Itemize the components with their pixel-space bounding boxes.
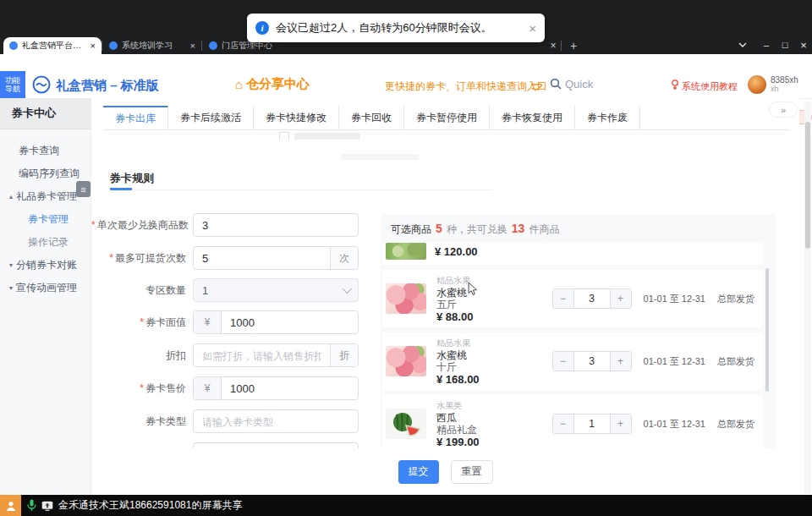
quick-label[interactable]: Quick (565, 78, 593, 91)
toast-close-icon[interactable]: × (529, 21, 536, 36)
zone-count-select[interactable]: 1 (193, 278, 359, 302)
quick-entry-tip: 更快捷的券卡、订单和快递查询入口 (385, 80, 547, 94)
product-price: ¥ 199.00 (436, 436, 552, 448)
delivery-mode: 总部发货 (717, 293, 754, 305)
info-icon: i (255, 21, 269, 35)
tab-card-quick-edit[interactable]: 券卡快捷修改 (254, 106, 339, 129)
unit-suffix: 次 (330, 247, 358, 269)
quantity-stepper: − + (552, 351, 632, 371)
browser-toolbar: ← → ↻ standard.maboy.cn/CardsOut ★ 更新 ⋮ (0, 54, 812, 72)
tab-card-followup-activation[interactable]: 券卡后续激活 (168, 106, 254, 129)
sidebar-collapse-handle[interactable]: ≡ (76, 181, 91, 197)
reset-button[interactable]: 重置 (451, 460, 493, 484)
clipped-scroll-content (279, 132, 360, 140)
product-category: 水果类 (436, 400, 552, 412)
tab-label: 礼盒营销平台管理中心 (22, 40, 85, 52)
quantity-input[interactable] (573, 414, 611, 433)
max-pickup-input[interactable] (194, 247, 330, 269)
watermelon-graphic (389, 410, 423, 437)
quantity-input[interactable] (573, 289, 611, 308)
sidebar-item-card-query[interactable]: 券卡查询 (0, 140, 91, 162)
min-exchange-input[interactable] (194, 214, 358, 236)
quantity-input[interactable] (573, 352, 611, 371)
window-menu-icon[interactable] (732, 36, 753, 54)
tab-close-icon[interactable]: × (91, 41, 96, 51)
page-scrollbar-thumb[interactable] (805, 122, 810, 249)
meeting-toast: i 会议已超过2人，自动转为60分钟限时会议。 × (247, 14, 545, 42)
tab-card-resume[interactable]: 券卡恢复使用 (490, 106, 575, 129)
plus-button[interactable]: + (611, 289, 631, 308)
product-name: 水蜜桃 (436, 287, 552, 299)
product-row-peach-10: 精品水果 水蜜桃 十斤 ¥ 168.00 − + 01-01 至 12-31 总… (382, 332, 763, 390)
app-header: 功能导航 礼盒营销 – 标准版 ⌂ 仓分享中心 更快捷的券卡、订单和快递查询入口… (0, 71, 812, 99)
screen-share-icon (41, 501, 53, 511)
hidden-tab-close-icon[interactable]: × (545, 37, 562, 54)
sidebar-item-card-management[interactable]: 券卡管理 (0, 208, 91, 231)
tab-separator (201, 41, 202, 51)
form-row-face-value: *券卡面值 ¥ (91, 310, 359, 334)
product-spec: 精品礼盒 (436, 424, 552, 436)
discount-suffix: 折 (330, 344, 358, 366)
face-value-input[interactable] (222, 311, 358, 333)
section-divider (110, 189, 492, 190)
tab-card-outbound[interactable]: 券卡出库 (103, 106, 168, 129)
window-minimize-button[interactable]: – (756, 36, 776, 54)
product-price: ¥ 88.00 (436, 311, 552, 323)
quick-search-icon[interactable] (550, 78, 562, 93)
tab-card-recycle[interactable]: 券卡回收 (339, 106, 404, 129)
panel-collapse-button[interactable]: » (769, 102, 798, 118)
minus-button[interactable]: − (553, 289, 573, 308)
chevron-down-icon (343, 284, 352, 294)
product-image (386, 409, 426, 439)
delivery-mode: 总部发货 (717, 418, 754, 431)
submit-button[interactable]: 提交 (398, 460, 439, 484)
tab-card-void[interactable]: 券卡作废 (575, 106, 640, 129)
tab-close-icon[interactable]: × (190, 41, 195, 51)
form-row-zone-count: 专区数量 1 (91, 278, 359, 302)
clipped-form-field (193, 442, 359, 448)
sale-price-input[interactable] (222, 377, 358, 399)
valid-date-range: 01-01 至 12-31 (644, 418, 705, 431)
product-list-scrollbar[interactable] (765, 268, 769, 392)
minus-button[interactable]: − (553, 352, 573, 371)
plus-button[interactable]: + (611, 414, 631, 433)
plus-button[interactable]: + (611, 352, 631, 371)
share-center-link[interactable]: ⌂ 仓分享中心 (235, 76, 310, 92)
browser-tab-2[interactable]: 系统培训学习 × (103, 37, 201, 54)
product-name: 水蜜桃 (436, 349, 552, 361)
sidebar: 券卡中心 券卡查询 编码序列查询 ▴ 礼品券卡管理 券卡管理 操作记录 ▾ 分销… (0, 98, 91, 495)
product-name: 西瓜 (436, 412, 552, 424)
product-spec: 五斤 (436, 299, 552, 310)
pointing-hand-icon (531, 79, 543, 94)
user-avatar[interactable] (748, 75, 766, 94)
sidebar-group-distribution-reconciliation[interactable]: ▾ 分销券卡对账 (0, 254, 91, 277)
product-row-clipped: ¥ 120.00 (382, 243, 763, 265)
product-image (386, 283, 426, 314)
product-image (386, 243, 426, 260)
window-maximize-button[interactable]: □ (775, 36, 795, 54)
tab-favicon (9, 41, 18, 50)
sharer-avatar-icon (0, 495, 21, 516)
sidebar-group-promo-animation[interactable]: ▾ 宣传动画管理 (0, 277, 91, 299)
product-price: ¥ 120.00 (435, 245, 478, 258)
quantity-stepper: − + (552, 288, 632, 309)
sidebar-item-operation-records[interactable]: 操作记录 (0, 231, 91, 254)
card-type-input[interactable] (194, 410, 358, 432)
page-scrollbar[interactable] (804, 102, 811, 495)
function-nav-toggle[interactable]: 功能导航 (0, 71, 25, 98)
app-title: 礼盒营销 – 标准版 (56, 78, 159, 94)
minus-button[interactable]: − (553, 414, 573, 433)
new-tab-button[interactable]: + (565, 37, 582, 54)
valid-date-range: 01-01 至 12-31 (644, 355, 705, 368)
microphone-icon (27, 499, 36, 512)
tab-label: 系统培训学习 (122, 40, 185, 52)
form-row-min-exchange: *单次最少兑换商品数 (91, 213, 359, 237)
form-row-sale-price: *券卡售价 ¥ (91, 376, 359, 400)
section-title: 券卡规则 (110, 171, 154, 186)
tutorial-link[interactable]: 系统使用教程 (682, 80, 738, 93)
tab-separator (102, 41, 102, 51)
browser-tab-1[interactable]: 礼盒营销平台管理中心 × (3, 37, 102, 54)
tab-card-suspend[interactable]: 券卡暂停使用 (404, 106, 490, 129)
window-close-button[interactable]: × (793, 36, 812, 54)
discount-input[interactable] (194, 344, 330, 366)
